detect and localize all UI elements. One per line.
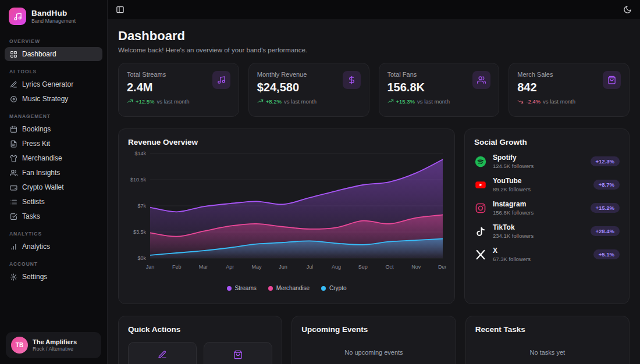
shirt-icon [10, 155, 17, 162]
stat-card-total-fans: Total Fans156.8K+15.3%vs last month [379, 63, 500, 117]
quick-action-button-0[interactable] [128, 342, 197, 364]
platform-followers: 89.2K followers [493, 186, 588, 192]
sidebar-item-label: Lyrics Generator [22, 80, 73, 88]
growth-badge: +8.7% [593, 180, 620, 190]
recent-tasks-title: Recent Tasks [475, 325, 620, 334]
upcoming-events-title: Upcoming Events [301, 325, 446, 334]
recent-tasks-card: Recent Tasks No tasks yet [465, 316, 630, 364]
disc-icon [10, 95, 17, 103]
sidebar-item-press-kit[interactable]: Press Kit [5, 137, 102, 151]
svg-text:$14k: $14k [134, 151, 146, 156]
svg-text:Dec: Dec [438, 264, 446, 270]
stat-trend: +8.2%vs last month [257, 98, 317, 105]
dashboard-content: Dashboard Welcome back! Here's an overvi… [108, 19, 640, 364]
platform-name: TikTok [493, 223, 585, 231]
band-name: The Amplifiers [33, 338, 77, 345]
sidebar-item-settings[interactable]: Settings [5, 270, 102, 284]
stat-label: Merch Sales [517, 71, 575, 78]
sidebar-item-label: Press Kit [22, 140, 50, 148]
moon-icon [623, 5, 632, 14]
sidebar-toggle-button[interactable] [116, 5, 125, 14]
x-icon [474, 248, 487, 261]
sidebar-item-bookings[interactable]: Bookings [5, 122, 102, 136]
dollar-icon [343, 71, 361, 89]
legend-item-crypto[interactable]: Crypto [321, 285, 346, 291]
stat-value: 2.4M [127, 81, 189, 94]
stat-value: 156.8K [387, 81, 450, 94]
growth-badge: +28.4% [591, 226, 620, 236]
nav-section-label-account: ACCOUNT [9, 261, 98, 267]
svg-text:$0k: $0k [137, 255, 146, 261]
bar-chart-icon [10, 243, 17, 251]
upcoming-events-card: Upcoming Events No upcoming events [291, 316, 456, 364]
grid-icon [10, 51, 17, 58]
sidebar: BandHub Band Management OVERVIEWDashboar… [0, 0, 108, 364]
revenue-area-chart: $0k$3.5k$7k$10.5k$14kJanFebMarAprMayJunJ… [128, 149, 445, 284]
trend-up-icon [257, 98, 264, 105]
nav-section-label-ai-tools: AI TOOLS [9, 69, 98, 74]
sidebar-item-label: Merchandise [22, 154, 62, 162]
sidebar-item-analytics[interactable]: Analytics [5, 240, 102, 254]
page-subtitle: Welcome back! Here's an overview of your… [118, 47, 630, 53]
sidebar-item-label: Dashboard [22, 50, 56, 58]
users-icon [10, 169, 17, 177]
svg-text:Sep: Sep [358, 264, 368, 270]
svg-text:Feb: Feb [172, 264, 182, 270]
legend-item-merchandise[interactable]: Merchandise [268, 285, 310, 291]
music-note-icon [212, 71, 230, 89]
social-row-x: X67.3K followers+5.1% [474, 247, 620, 262]
legend-dot [321, 286, 326, 291]
pen-icon [158, 350, 167, 359]
sidebar-item-lyrics-generator[interactable]: Lyrics Generator [5, 77, 102, 91]
theme-toggle-button[interactable] [623, 5, 632, 14]
revenue-chart-svg[interactable]: $0k$3.5k$7k$10.5k$14kJanFebMarAprMayJunJ… [128, 149, 446, 281]
sidebar-item-label: Crypto Wallet [22, 183, 64, 191]
legend-item-streams[interactable]: Streams [227, 285, 257, 291]
nav-section-label-analytics: ANALYTICS [9, 231, 98, 237]
svg-text:Jun: Jun [279, 264, 287, 270]
file-text-icon [10, 140, 17, 148]
tiktok-icon [474, 225, 487, 238]
legend-dot [268, 286, 273, 291]
svg-text:Mar: Mar [199, 264, 208, 270]
panel-icon [116, 5, 125, 14]
sidebar-item-setlists[interactable]: Setlists [5, 195, 102, 209]
sidebar-item-music-strategy[interactable]: Music Strategy [5, 92, 102, 106]
mid-row: Revenue Overview $0k$3.5k$7k$10.5k$14kJa… [118, 129, 630, 304]
social-growth-card: Social Growth Spotify124.5K followers+12… [464, 129, 630, 304]
main-area: Dashboard Welcome back! Here's an overvi… [108, 0, 640, 364]
music-note-icon [13, 12, 22, 21]
upcoming-events-empty: No upcoming events [301, 334, 446, 356]
quick-action-button-1[interactable] [204, 342, 272, 364]
sidebar-item-merchandise[interactable]: Merchandise [5, 151, 102, 165]
users-icon [472, 71, 490, 89]
sidebar-item-label: Music Strategy [22, 95, 68, 103]
platform-followers: 67.3K followers [493, 256, 588, 262]
sidebar-item-crypto-wallet[interactable]: Crypto Wallet [5, 180, 102, 194]
spotify-icon [474, 155, 487, 168]
stat-label: Total Streams [127, 71, 189, 78]
sidebar-item-fan-insights[interactable]: Fan Insights [5, 166, 102, 180]
user-card[interactable]: TB The Amplifiers Rock / Alternative [6, 332, 101, 358]
stat-card-merch-sales: Merch Sales842-2.4%vs last month [509, 63, 630, 117]
legend-dot [227, 286, 232, 291]
platform-name: X [493, 247, 588, 255]
svg-text:$3.5k: $3.5k [133, 229, 147, 235]
stat-trend: +12.5%vs last month [127, 98, 189, 105]
svg-text:Apr: Apr [226, 264, 234, 270]
sidebar-item-dashboard[interactable]: Dashboard [5, 47, 102, 61]
avatar: TB [11, 337, 28, 354]
sidebar-item-tasks[interactable]: Tasks [5, 209, 102, 223]
recent-tasks-empty: No tasks yet [475, 334, 620, 356]
shopping-bag-icon [603, 71, 621, 89]
sidebar-item-label: Analytics [22, 242, 50, 251]
youtube-icon [474, 179, 487, 191]
quick-actions-title: Quick Actions [128, 325, 272, 334]
calendar-icon [10, 126, 17, 133]
quick-actions-grid [128, 342, 272, 364]
check-square-icon [10, 213, 17, 220]
sidebar-item-label: Settings [22, 273, 47, 281]
svg-text:Aug: Aug [332, 264, 341, 270]
sidebar-item-label: Setlists [22, 198, 45, 206]
legend-label: Crypto [329, 285, 346, 291]
